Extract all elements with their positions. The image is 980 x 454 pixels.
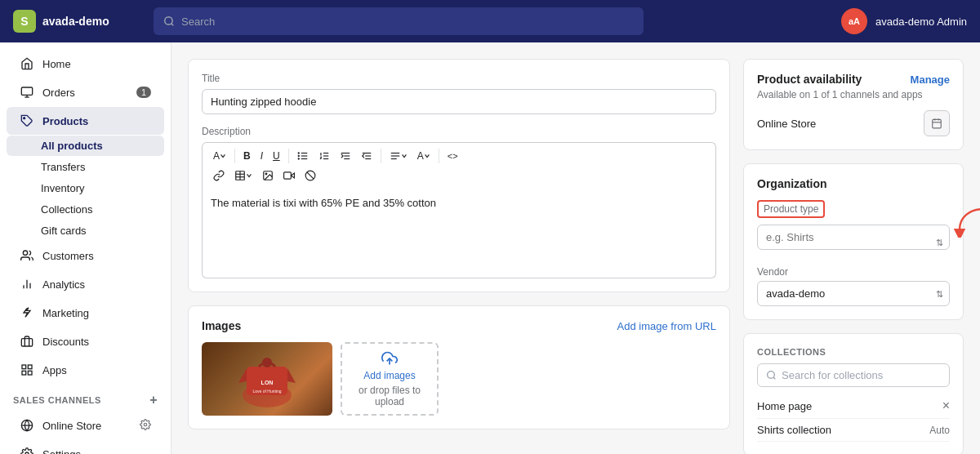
toolbar-divider-3 bbox=[381, 149, 381, 163]
images-area: LON Love of Hunting Add images or drop f… bbox=[202, 342, 716, 416]
product-type-select-wrapper bbox=[757, 225, 950, 260]
underline-button[interactable]: U bbox=[269, 148, 284, 164]
side-column: Product availability Manage Available on… bbox=[743, 59, 964, 438]
discounts-icon bbox=[20, 334, 34, 349]
sidebar-sub-all-products[interactable]: All products bbox=[7, 136, 164, 156]
main-content: Title Description A B I U bbox=[172, 42, 980, 454]
sidebar-item-label: Discounts bbox=[42, 336, 89, 348]
orders-badge: 1 bbox=[136, 87, 151, 98]
sidebar-item-online-store[interactable]: Online Store bbox=[7, 412, 164, 439]
editor-toolbar: A B I U bbox=[202, 142, 716, 189]
video-button[interactable] bbox=[279, 167, 299, 184]
sidebar-item-home[interactable]: Home bbox=[7, 50, 164, 78]
link-button[interactable] bbox=[209, 167, 229, 184]
svg-marker-10 bbox=[24, 308, 30, 317]
svg-point-23 bbox=[298, 153, 299, 154]
title-input[interactable] bbox=[202, 89, 716, 114]
vendor-select-wrapper: avada-demo bbox=[757, 281, 950, 306]
availability-title: Product availability Manage bbox=[757, 73, 950, 86]
svg-rect-14 bbox=[22, 371, 26, 375]
topbar-right: aA avada-demo Admin bbox=[841, 8, 967, 34]
indent-button[interactable] bbox=[336, 148, 355, 164]
special-char-button[interactable] bbox=[301, 167, 320, 184]
sidebar-item-settings[interactable]: Settings bbox=[7, 440, 164, 454]
description-label: Description bbox=[202, 126, 716, 137]
svg-point-24 bbox=[298, 155, 299, 156]
schedule-button[interactable] bbox=[924, 110, 950, 136]
sidebar-item-customers[interactable]: Customers bbox=[7, 242, 164, 269]
product-image-thumb[interactable]: LON Love of Hunting bbox=[202, 342, 332, 416]
avatar[interactable]: aA bbox=[841, 8, 867, 34]
sidebar-item-marketing[interactable]: Marketing bbox=[7, 299, 164, 327]
collections-search-input[interactable] bbox=[782, 369, 941, 381]
svg-text:Love of Hunting: Love of Hunting bbox=[252, 389, 281, 394]
sidebar-sub-transfers[interactable]: Transfers bbox=[7, 157, 164, 177]
svg-rect-11 bbox=[21, 339, 32, 346]
search-input[interactable] bbox=[181, 16, 634, 28]
collection-name: Shirts collection bbox=[757, 424, 831, 436]
sidebar-item-discounts[interactable]: Discounts bbox=[7, 327, 164, 355]
vendor-select[interactable]: avada-demo bbox=[757, 281, 950, 306]
sidebar-item-label: Home bbox=[42, 58, 71, 70]
add-images-dropzone[interactable]: Add images or drop files to upload bbox=[341, 342, 439, 416]
svg-rect-45 bbox=[284, 172, 292, 179]
sidebar-item-products[interactable]: Products bbox=[7, 107, 164, 135]
toolbar-divider-2 bbox=[288, 149, 289, 163]
sidebar-item-apps[interactable]: Apps bbox=[7, 356, 164, 384]
remove-collection-button[interactable]: × bbox=[942, 398, 950, 413]
images-card: Images Add image from URL bbox=[188, 305, 730, 430]
outdent-button[interactable] bbox=[357, 148, 376, 164]
collections-search[interactable] bbox=[757, 363, 950, 387]
sidebar-item-orders[interactable]: Orders 1 bbox=[7, 78, 164, 106]
format-a-dropdown[interactable]: A bbox=[209, 148, 230, 164]
online-store-settings-icon[interactable] bbox=[140, 419, 151, 433]
svg-rect-15 bbox=[28, 371, 32, 375]
sidebar-item-label: Products bbox=[42, 115, 88, 127]
collection-name: Home page bbox=[757, 400, 812, 412]
collection-item-homepage: Home page × bbox=[757, 394, 950, 419]
italic-button[interactable]: I bbox=[256, 148, 267, 164]
add-image-from-url-link[interactable]: Add image from URL bbox=[617, 320, 716, 332]
products-icon bbox=[20, 114, 34, 128]
availability-card: Product availability Manage Available on… bbox=[743, 59, 964, 150]
svg-rect-54 bbox=[933, 119, 942, 128]
sub-item-label: Collections bbox=[41, 203, 93, 216]
sidebar-item-label: Online Store bbox=[42, 420, 101, 432]
orders-icon bbox=[20, 85, 34, 100]
description-editor[interactable]: The material is tixi with 65% PE and 35%… bbox=[202, 189, 716, 278]
svg-line-1 bbox=[172, 24, 174, 26]
font-color-dropdown[interactable]: A bbox=[413, 148, 434, 164]
image-button[interactable] bbox=[258, 167, 278, 184]
add-sales-channel-button[interactable]: + bbox=[149, 393, 158, 407]
product-type-input[interactable] bbox=[757, 225, 950, 250]
sidebar-sub-gift-cards[interactable]: Gift cards bbox=[7, 220, 164, 241]
title-label: Title bbox=[202, 73, 716, 84]
source-button[interactable]: <> bbox=[443, 149, 462, 163]
table-dropdown[interactable] bbox=[230, 167, 256, 184]
list-unordered-button[interactable] bbox=[293, 148, 313, 164]
organization-title: Organization bbox=[757, 177, 950, 190]
collection-item-shirts: Shirts collection Auto bbox=[757, 419, 950, 442]
settings-icon bbox=[20, 447, 34, 454]
content-column: Title Description A B I U bbox=[188, 59, 730, 438]
sidebar-item-label: Marketing bbox=[42, 307, 89, 319]
list-ordered-button[interactable] bbox=[314, 148, 334, 164]
online-store-row: Online Store bbox=[757, 110, 950, 136]
red-arrow-annotation bbox=[953, 205, 980, 238]
hoodie-image: LON Love of Hunting bbox=[234, 350, 300, 407]
bold-button[interactable]: B bbox=[239, 148, 255, 164]
home-icon bbox=[20, 56, 34, 71]
svg-line-47 bbox=[307, 172, 314, 179]
sidebar-sub-inventory[interactable]: Inventory bbox=[7, 178, 164, 198]
svg-point-25 bbox=[298, 158, 299, 159]
svg-line-59 bbox=[773, 377, 775, 379]
manage-link[interactable]: Manage bbox=[911, 73, 950, 86]
images-title: Images bbox=[202, 319, 241, 332]
search-bar[interactable] bbox=[154, 7, 644, 35]
apps-icon bbox=[20, 363, 34, 377]
vendor-label: Vendor bbox=[757, 266, 950, 278]
svg-text:LON: LON bbox=[261, 380, 274, 385]
sidebar-sub-collections[interactable]: Collections bbox=[7, 199, 164, 220]
align-dropdown[interactable] bbox=[385, 148, 412, 164]
sidebar-item-analytics[interactable]: Analytics bbox=[7, 270, 164, 298]
